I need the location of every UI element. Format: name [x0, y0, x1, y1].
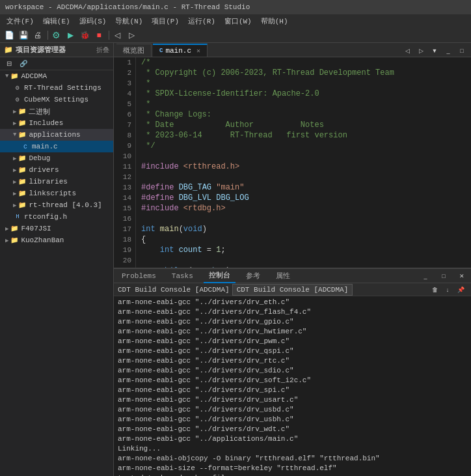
tab-tasks-label: Tasks	[172, 272, 193, 280]
tree-label: Includes	[29, 119, 63, 127]
tab-console-label: 控制台	[209, 270, 230, 280]
toolbar-back[interactable]: ◁	[111, 29, 124, 41]
expand-arrow: ▶	[13, 190, 16, 197]
console-line: Linking...	[118, 444, 467, 454]
console-pin-btn[interactable]: 📌	[454, 284, 467, 296]
bottom-close-btn[interactable]: ✕	[455, 270, 468, 282]
console-output[interactable]: arm-none-eabi-gcc "../drivers/drv_eth.c"…	[114, 296, 471, 476]
tree-label: linkscripts	[29, 189, 76, 197]
settings-icon: ⚙	[13, 83, 22, 92]
tree-item-adcdma[interactable]: ▼ 📁 ADCDMA	[0, 70, 113, 82]
menu-source[interactable]: 源码(S)	[75, 14, 111, 27]
bottom-maximize-btn[interactable]: □	[437, 270, 450, 282]
tab-props[interactable]: 属性	[271, 269, 295, 283]
tree-label: Debug	[29, 154, 50, 162]
console-scroll-btn[interactable]: ↓	[441, 284, 454, 296]
tab-mainc[interactable]: C main.c ✕	[153, 44, 208, 57]
expand-arrow: ▶	[13, 202, 16, 209]
toolbar-new[interactable]: 📄	[3, 29, 16, 41]
tree-label: rtconfig.h	[24, 213, 67, 221]
explorer-toolbar: ⊟ 🔗	[0, 57, 113, 70]
tab-tasks[interactable]: Tasks	[167, 269, 198, 283]
code-editor[interactable]: 12345 678910 1112131415 1617181920 21222…	[114, 57, 471, 268]
console-line: text data bss dec hex filename	[118, 473, 467, 476]
expand-arrow: ▶	[13, 120, 16, 127]
tree-item-debug[interactable]: ▶ 📁 Debug	[0, 152, 113, 164]
folder-icon: 📁	[18, 189, 27, 198]
editor-next-btn[interactable]: ▷	[414, 45, 427, 57]
expand-arrow: ▶	[13, 178, 16, 186]
tree-item-rtthread-settings[interactable]: ⚙ RT-Thread Settings	[0, 82, 113, 94]
folder-icon: 📁	[18, 165, 27, 175]
editor-menu-btn[interactable]: ▼	[428, 45, 441, 57]
toolbar-stop[interactable]: ■	[92, 29, 105, 41]
folder-icon: 📁	[18, 107, 27, 116]
explorer-link[interactable]: 🔗	[17, 58, 30, 70]
tab-overview[interactable]: 概览图	[116, 44, 152, 57]
tree-item-includes[interactable]: ▶ 📁 Includes	[0, 117, 113, 129]
menu-run[interactable]: 运行(R)	[184, 14, 219, 27]
tree-item-binary[interactable]: ▶ 📁 二进制	[0, 105, 113, 117]
tree-item-rtconfigh[interactable]: H rtconfig.h	[0, 211, 113, 223]
tab-console[interactable]: 控制台	[204, 269, 236, 283]
console-header-label: CDT Build Console [ADCDMA]	[118, 286, 230, 294]
toolbar-save[interactable]: 💾	[17, 29, 30, 41]
tree-item-mainc[interactable]: c main.c	[0, 141, 113, 152]
tab-mainc-label: main.c	[165, 47, 191, 55]
folder-icon: 📁	[18, 154, 27, 163]
code-content[interactable]: /* * Copyright (c) 2006-2023, RT-Thread …	[136, 57, 471, 268]
menu-file[interactable]: 文件(F)	[3, 14, 38, 27]
tree-item-f407jsi[interactable]: ▶ 📁 F407JSI	[0, 223, 113, 234]
editor-prev-btn[interactable]: ◁	[401, 45, 414, 57]
console-line: arm-none-eabi-gcc "../drivers/drv_sdio.c…	[118, 366, 467, 376]
tree-item-kuozhanban[interactable]: ▶ 📁 KuoZhanBan	[0, 234, 113, 246]
explorer-collapse-all[interactable]: ⊟	[3, 58, 16, 70]
menu-edit[interactable]: 编辑(E)	[39, 14, 74, 27]
tree-item-linkscripts[interactable]: ▶ 📁 linkscripts	[0, 188, 113, 199]
menu-help[interactable]: 帮助(H)	[257, 14, 292, 27]
title-bar: workspace - ADCDMA/applications/main.c -…	[0, 0, 471, 14]
title-text: workspace - ADCDMA/applications/main.c -…	[5, 3, 250, 11]
file-tree: ▼ 📁 ADCDMA ⚙ RT-Thread Settings ⚙ CubeMX…	[0, 70, 113, 476]
tree-item-drivers[interactable]: ▶ 📁 drivers	[0, 164, 113, 176]
collapse-btn[interactable]: 折叠	[96, 46, 109, 55]
line-numbers: 12345 678910 1112131415 1617181920 21222…	[114, 57, 136, 268]
folder-icon: 📁	[10, 224, 19, 233]
left-panel: 📁 项目资源管理器 折叠 ⊟ 🔗 ▼ 📁 ADCDMA ⚙ RT-Thread …	[0, 43, 114, 476]
toolbar-forward[interactable]: ▷	[125, 29, 138, 41]
console-header: CDT Build Console [ADCDMA] CDT Build Con…	[114, 283, 471, 296]
tree-label: F407JSI	[21, 225, 51, 232]
toolbar-build[interactable]: ⚙	[49, 29, 62, 41]
close-icon[interactable]: ✕	[196, 47, 200, 55]
editor-minimize-btn[interactable]: _	[442, 45, 455, 57]
bottom-tabs: Problems Tasks 控制台 参考 属性 _ □ ✕	[114, 269, 471, 283]
console-clear-btn[interactable]: 🗑	[428, 284, 441, 296]
console-line: arm-none-eabi-gcc "../drivers/drv_hwtime…	[118, 327, 467, 337]
editor-area: 概览图 C main.c ✕ ◁ ▷ ▼ _ □ 12345	[114, 43, 471, 268]
toolbar-print[interactable]: 🖨	[31, 29, 44, 41]
menu-navigate[interactable]: 导航(N)	[111, 14, 146, 27]
console-line: arm-none-eabi-gcc "../drivers/drv_usart.…	[118, 395, 467, 405]
console-line: arm-none-eabi-gcc "../drivers/drv_usbh.c…	[118, 415, 467, 425]
console-line: arm-none-eabi-objcopy -O binary "rtthrea…	[118, 454, 467, 464]
menu-project[interactable]: 项目(P)	[148, 14, 183, 27]
tree-item-libraries[interactable]: ▶ 📁 libraries	[0, 176, 113, 188]
toolbar-run[interactable]: ▶	[64, 29, 77, 41]
explorer-header: 📁 项目资源管理器 折叠	[0, 43, 113, 57]
menu-window[interactable]: 窗口(W)	[221, 14, 256, 27]
expand-arrow: ▼	[13, 132, 16, 138]
tab-ref-label: 参考	[246, 271, 260, 281]
expand-arrow: ▶	[13, 108, 16, 115]
tree-item-applications[interactable]: ▼ 📁 applications	[0, 129, 113, 141]
editor-maximize-btn[interactable]: □	[455, 45, 468, 57]
tab-problems[interactable]: Problems	[116, 269, 161, 283]
tree-item-cubemx-settings[interactable]: ⚙ CubeMX Settings	[0, 94, 113, 105]
bottom-minimize-btn[interactable]: _	[419, 270, 432, 282]
expand-arrow: ▶	[13, 155, 16, 162]
tree-item-rtthread[interactable]: ▶ 📁 rt-thread [4.0.3]	[0, 199, 113, 211]
toolbar-debug[interactable]: 🐞	[78, 29, 91, 41]
menu-bar: 文件(F) 编辑(E) 源码(S) 导航(N) 项目(P) 运行(R) 窗口(W…	[0, 14, 471, 27]
toolbar: 📄 💾 🖨 ⚙ ▶ 🐞 ■ ◁ ▷	[0, 27, 471, 43]
folder-icon: 📁	[18, 130, 27, 139]
tab-ref[interactable]: 参考	[241, 269, 265, 283]
